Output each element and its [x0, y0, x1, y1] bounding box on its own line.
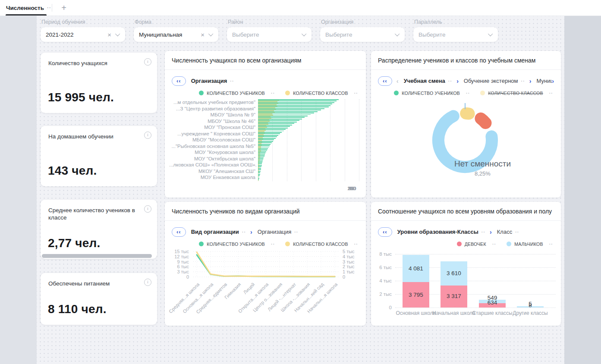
- breadcrumb-item[interactable]: Организация: [191, 78, 227, 84]
- axis-tick-label: 0: [186, 274, 189, 279]
- info-icon[interactable]: i: [144, 58, 151, 66]
- value-label-girls: 634: [475, 299, 510, 306]
- legend-menu-icon[interactable]: ··: [271, 242, 275, 247]
- category-label: ...учреждение " Корневская СОШ": [169, 132, 255, 137]
- chevron-down-icon[interactable]: [208, 31, 213, 36]
- line-series[interactable]: [197, 255, 335, 277]
- legend-menu-icon[interactable]: ··: [549, 242, 553, 247]
- legend-menu-icon[interactable]: ··: [354, 91, 358, 96]
- value-label-boys: 3 610: [437, 270, 471, 276]
- collapse-button[interactable]: ‹‹: [378, 227, 392, 237]
- collapse-button[interactable]: ‹‹: [378, 76, 392, 86]
- clear-icon[interactable]: ×: [107, 31, 111, 38]
- legend-item[interactable]: КОЛИЧЕСТВО УЧЕНИКОВ··: [394, 91, 470, 96]
- breadcrumb-item[interactable]: Организация: [258, 229, 291, 235]
- line-series[interactable]: [197, 252, 335, 276]
- tab-separator: [52, 4, 52, 12]
- tab-label: Численность: [6, 5, 44, 11]
- add-tab-button[interactable]: +: [58, 2, 70, 14]
- donut-slice[interactable]: [466, 113, 469, 114]
- breadcrumb-menu-icon[interactable]: ··: [448, 78, 452, 84]
- legend-menu-icon[interactable]: ··: [549, 91, 553, 96]
- shifts-donut-chart[interactable]: Нет сменности8,25%Первая смена85,15%: [371, 96, 561, 198]
- filter-select[interactable]: Выберите: [320, 27, 405, 42]
- breadcrumb-prev-icon[interactable]: ‹: [396, 77, 399, 85]
- org-plot-area[interactable]: [258, 99, 359, 181]
- panel-toolbar: ‹‹Организация··: [172, 75, 359, 87]
- chevron-down-icon[interactable]: [115, 31, 120, 36]
- legend-menu-icon[interactable]: ··: [492, 242, 496, 247]
- clear-icon[interactable]: ×: [201, 31, 205, 38]
- filter-label: Параллель: [414, 19, 498, 25]
- legend-item[interactable]: МАЛЬЧИКОВ··: [507, 242, 553, 247]
- breadcrumb-separator-icon: ›: [250, 229, 252, 235]
- x-axis: 050100150200250300350: [351, 186, 352, 195]
- axis-tick-label: 2 тыс: [371, 292, 392, 297]
- category-label: МБОУ "Школа № 46": [169, 119, 255, 124]
- breadcrumb-menu-icon[interactable]: ··: [294, 229, 298, 235]
- left-margin: [0, 16, 37, 364]
- gender-stacked-chart[interactable]: 02 тыс4 тыс6 тыс8 тыс4 0813 795Основная …: [371, 251, 561, 324]
- filter-select[interactable]: Выберите: [227, 27, 312, 42]
- breadcrumb-item[interactable]: Обучение экстерном: [464, 78, 518, 84]
- category-label: ...м отдельных учебных предметов": [169, 100, 255, 105]
- legend-dot-icon: [199, 242, 204, 246]
- breadcrumb-menu-icon[interactable]: ··: [230, 78, 234, 84]
- filter-select[interactable]: Выберите: [413, 27, 498, 42]
- breadcrumb-item[interactable]: Класс: [497, 229, 512, 235]
- legend-item[interactable]: КОЛИЧЕСТВО КЛАССОВ··: [480, 91, 553, 96]
- axis-tick-label: 4 тыс: [371, 278, 392, 283]
- legend-item[interactable]: ДЕВОЧЕК··: [457, 242, 497, 247]
- panel-toolbar: ‹‹Вид организации··›Организация··: [172, 226, 359, 238]
- legend-menu-icon[interactable]: ··: [466, 91, 470, 96]
- kpi-card-4: Обеспечены питаниемi8 110 чел.: [41, 273, 157, 325]
- breadcrumb-menu-icon[interactable]: ··: [515, 229, 519, 235]
- tab-chislennost[interactable]: Численность ··: [6, 0, 51, 16]
- types-line-chart[interactable]: 03 тыс6 тыс9 тыс12 тыс15 тыс01 тыс2 тыс3…: [170, 251, 361, 279]
- gridline: [359, 99, 359, 181]
- breadcrumb-menu-icon[interactable]: ··: [242, 229, 246, 235]
- panel-types-line: Численность учеников по видам организаци…: [165, 202, 366, 326]
- panel-legend: КОЛИЧЕСТВО УЧЕНИКОВ··КОЛИЧЕСТВО КЛАССОВ·…: [379, 90, 553, 96]
- kpi-card-2: На домашнем обученииi143 чел.: [41, 126, 157, 186]
- legend-item[interactable]: КОЛИЧЕСТВО КЛАССОВ··: [285, 91, 358, 96]
- kpi-title: Среднее количество учеников в классе: [48, 207, 140, 222]
- info-icon[interactable]: i: [144, 132, 151, 139]
- org-bar-chart[interactable]: ...м отдельных учебных предметов"...З "Ц…: [169, 99, 359, 181]
- filter-label: Организация: [321, 19, 405, 25]
- panel-title: Распределение учеников и классов по учеб…: [371, 51, 561, 70]
- right-axis: 01 тыс2 тыс3 тыс4 тыс5 тыс: [340, 251, 359, 279]
- breadcrumb-menu-icon[interactable]: ··: [521, 78, 525, 84]
- breadcrumb-next-icon[interactable]: ›: [552, 77, 554, 85]
- filter-select[interactable]: 2021-2022×: [41, 27, 125, 42]
- breadcrumb-item[interactable]: Муници: [536, 78, 552, 84]
- kpi-title: Количество учащихся: [48, 60, 140, 67]
- legend-menu-icon[interactable]: ··: [354, 242, 358, 247]
- tab-menu-icon[interactable]: ··: [47, 5, 51, 11]
- axis-tick-label: 5 тыс: [343, 249, 355, 254]
- legend-menu-icon[interactable]: ··: [271, 91, 275, 96]
- filter-value: Муниципальная: [139, 31, 201, 38]
- filter-1: Период обучения2021-2022×: [41, 19, 125, 42]
- collapse-button[interactable]: ‹‹: [172, 76, 186, 86]
- horizontal-scrollbar[interactable]: [42, 254, 152, 258]
- info-icon[interactable]: i: [144, 279, 151, 286]
- legend-label: КОЛИЧЕСТВО КЛАССОВ: [293, 91, 348, 96]
- breadcrumb-menu-icon[interactable]: ··: [481, 229, 485, 235]
- legend-dot-icon: [507, 242, 511, 246]
- legend-item[interactable]: КОЛИЧЕСТВО КЛАССОВ··: [285, 242, 358, 247]
- info-icon[interactable]: i: [144, 205, 151, 213]
- legend-dot-icon: [285, 91, 290, 95]
- breadcrumb-item[interactable]: Уровни образования-Классы: [397, 229, 478, 235]
- breadcrumb-item[interactable]: Вид организации: [191, 229, 239, 235]
- legend-item[interactable]: КОЛИЧЕСТВО УЧЕНИКОВ··: [199, 91, 275, 96]
- kpi-value: 2,77 чел.: [48, 236, 100, 250]
- filter-select[interactable]: Муниципальная×: [134, 27, 218, 42]
- breadcrumb-separator-icon: ›: [529, 78, 532, 85]
- legend-item[interactable]: КОЛИЧЕСТВО УЧЕНИКОВ··: [199, 242, 275, 247]
- donut-slice[interactable]: [481, 119, 485, 123]
- collapse-button[interactable]: ‹‹: [172, 227, 186, 237]
- panel-toolbar: ‹‹Уровни образования-Классы··›Класс··: [378, 226, 554, 238]
- axis-tick-label: 1 тыс: [343, 269, 355, 274]
- breadcrumb-item[interactable]: Учебная смена: [404, 78, 445, 84]
